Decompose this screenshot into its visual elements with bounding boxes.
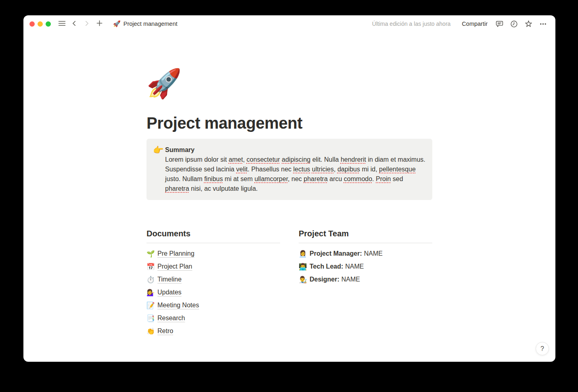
share-button[interactable]: Compartir xyxy=(459,19,491,29)
documents-column: Documents 🌱 Pre Planning 📅 Project Plan … xyxy=(147,228,280,338)
document-icon: 🌱 xyxy=(147,250,157,258)
misspelled-word[interactable]: adipiscing xyxy=(282,156,310,163)
documents-heading[interactable]: Documents xyxy=(147,228,280,243)
history-button[interactable] xyxy=(508,18,520,30)
team-member-name: NAME xyxy=(345,263,364,270)
ellipsis-icon xyxy=(539,20,547,28)
misspelled-word[interactable]: Proin xyxy=(376,175,391,182)
traffic-lights xyxy=(29,21,51,27)
last-edited-label: Última edición a las justo ahora xyxy=(372,21,451,27)
document-link-item[interactable]: 📝 Meeting Notes xyxy=(147,299,280,312)
team-member-role: Designer: xyxy=(310,276,339,283)
team-column: Project Team 👩‍💼 Project Manager: NAME 👨… xyxy=(299,228,432,338)
document-icon: 📑 xyxy=(147,314,157,322)
help-button[interactable]: ? xyxy=(536,342,549,355)
misspelled-word[interactable]: commodo xyxy=(344,175,372,182)
document-link-item[interactable]: 📅 Project Plan xyxy=(147,260,280,273)
zoom-window-button[interactable] xyxy=(46,21,51,27)
chevron-right-icon xyxy=(84,20,90,28)
team-member-name: NAME xyxy=(364,250,383,257)
document-link-item[interactable]: 📑 Research xyxy=(147,312,280,325)
more-options-button[interactable] xyxy=(537,18,549,30)
document-link-item[interactable]: ⏱️ Timeline xyxy=(147,273,280,286)
document-link-label[interactable]: Pre Planning xyxy=(157,250,195,257)
close-window-button[interactable] xyxy=(29,21,35,27)
favorite-button[interactable] xyxy=(522,18,534,30)
forward-button[interactable] xyxy=(82,19,92,29)
document-link-item[interactable]: 🌱 Pre Planning xyxy=(147,247,280,260)
summary-text[interactable]: Lorem ipsum dolor sit amet, consectetur … xyxy=(165,156,425,192)
document-icon: 📅 xyxy=(147,263,157,271)
clock-icon xyxy=(510,20,518,28)
summary-title[interactable]: Summary xyxy=(165,146,195,153)
new-tab-button[interactable] xyxy=(94,19,105,29)
plus-icon xyxy=(96,20,103,28)
page-body: 🚀 Project management 👉 Summary Lorem ips… xyxy=(147,67,432,354)
misspelled-word[interactable]: pharetra xyxy=(304,175,328,182)
document-link-label[interactable]: Updates xyxy=(157,289,182,296)
document-link-label[interactable]: Research xyxy=(157,315,185,322)
star-icon xyxy=(525,20,532,28)
misspelled-word[interactable]: lectus xyxy=(293,166,310,173)
misspelled-word[interactable]: pharetra xyxy=(165,185,189,192)
document-icon: 👏 xyxy=(147,327,157,335)
document-icon: ⏱️ xyxy=(147,275,157,284)
notion-window: 🚀 Project management Última edición a la… xyxy=(23,15,555,362)
misspelled-word[interactable]: finibus xyxy=(204,175,223,182)
page-icon[interactable]: 🚀 xyxy=(147,67,180,100)
document-link-label[interactable]: Meeting Notes xyxy=(157,302,199,309)
team-member-icon: 👨‍💻 xyxy=(299,263,310,271)
team-member-row[interactable]: 👨‍💻 Tech Lead: NAME xyxy=(299,260,432,273)
hamburger-icon xyxy=(58,20,66,28)
chevron-left-icon xyxy=(71,20,77,28)
misspelled-word[interactable]: pellentesque xyxy=(379,166,416,173)
document-link-label[interactable]: Timeline xyxy=(157,276,182,283)
team-member-role: Project Manager: xyxy=(310,250,362,257)
summary-callout-body[interactable]: Summary Lorem ipsum dolor sit amet, cons… xyxy=(165,145,426,194)
content-columns: Documents 🌱 Pre Planning 📅 Project Plan … xyxy=(147,228,432,354)
document-link-item[interactable]: 💁‍♀️ Updates xyxy=(147,286,280,299)
document-link-label[interactable]: Project Plan xyxy=(157,263,192,270)
minimize-window-button[interactable] xyxy=(38,21,43,27)
team-member-row[interactable]: 👩‍💼 Project Manager: NAME xyxy=(299,247,432,260)
team-member-icon: 👨‍🎨 xyxy=(299,275,310,284)
document-icon: 📝 xyxy=(147,301,157,309)
sidebar-menu-button[interactable] xyxy=(57,19,67,29)
misspelled-word[interactable]: consectetur xyxy=(247,156,280,163)
misspelled-word[interactable]: dapibus xyxy=(337,166,360,173)
team-list: 👩‍💼 Project Manager: NAME 👨‍💻 Tech Lead:… xyxy=(299,247,432,286)
pointing-right-icon: 👉 xyxy=(153,145,165,155)
misspelled-word[interactable]: ultricies xyxy=(312,166,334,173)
document-icon: 💁‍♀️ xyxy=(147,288,157,296)
document-link-item[interactable]: 👏 Retro xyxy=(147,325,280,338)
page-emoji-icon: 🚀 xyxy=(113,21,121,27)
breadcrumb[interactable]: 🚀 Project management xyxy=(111,19,180,28)
back-button[interactable] xyxy=(69,19,80,29)
misspelled-word[interactable]: velit xyxy=(236,166,247,173)
team-heading[interactable]: Project Team xyxy=(299,228,432,243)
titlebar: 🚀 Project management Última edición a la… xyxy=(23,15,555,32)
misspelled-word[interactable]: hendrerit xyxy=(341,156,366,163)
misspelled-word[interactable]: amet xyxy=(228,156,243,163)
team-member-name: NAME xyxy=(341,276,360,283)
team-member-role: Tech Lead: xyxy=(310,263,343,270)
team-member-icon: 👩‍💼 xyxy=(299,250,310,258)
summary-callout[interactable]: 👉 Summary Lorem ipsum dolor sit amet, co… xyxy=(147,139,432,200)
documents-list: 🌱 Pre Planning 📅 Project Plan ⏱️ Timelin… xyxy=(147,247,280,338)
team-member-row[interactable]: 👨‍🎨 Designer: NAME xyxy=(299,273,432,286)
document-link-label[interactable]: Retro xyxy=(157,327,173,335)
titlebar-right: Última edición a las justo ahora Compart… xyxy=(372,18,549,30)
page-scroll-area[interactable]: 🚀 Project management 👉 Summary Lorem ips… xyxy=(23,32,555,362)
comment-icon xyxy=(496,20,503,28)
misspelled-word[interactable]: ullamcorper xyxy=(254,175,288,182)
comments-button[interactable] xyxy=(493,18,505,30)
breadcrumb-page-title: Project management xyxy=(124,21,178,27)
page-title[interactable]: Project management xyxy=(147,113,432,133)
